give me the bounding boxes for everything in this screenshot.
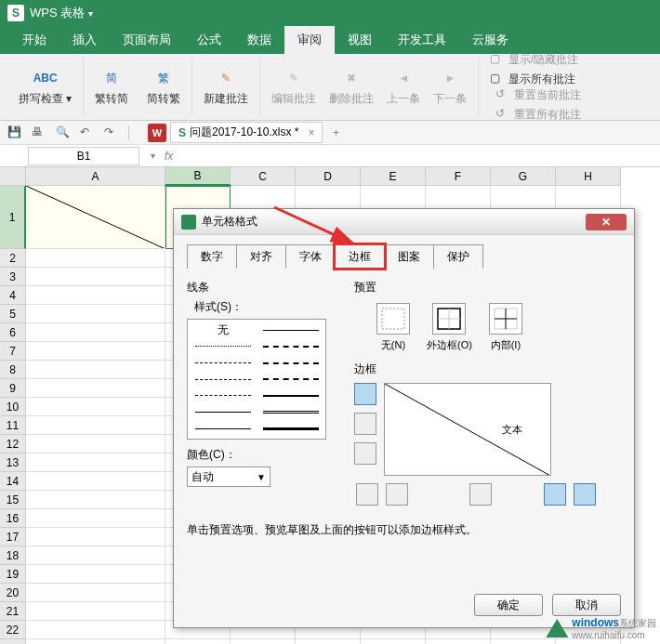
row-header-9[interactable]: 9 [0, 379, 26, 398]
cell-A6[interactable] [26, 323, 165, 342]
col-header-C[interactable]: C [231, 167, 296, 186]
cell-A3[interactable] [26, 268, 165, 286]
qat-print-icon[interactable]: 🖶 [32, 125, 48, 140]
cell-A17[interactable] [26, 528, 165, 546]
row-header-19[interactable]: 19 [0, 565, 26, 584]
border-middle-button[interactable] [354, 413, 376, 435]
cell-A12[interactable] [26, 435, 165, 453]
tab-view[interactable]: 视图 [335, 26, 385, 54]
style-opt[interactable] [259, 411, 322, 414]
cell-A10[interactable] [26, 398, 165, 416]
dialog-titlebar[interactable]: 单元格格式 ✕ [174, 209, 634, 235]
cell-A14[interactable] [26, 472, 165, 491]
wps-file-icon[interactable]: W [148, 124, 166, 142]
row-header-14[interactable]: 14 [0, 472, 26, 491]
row-header-11[interactable]: 11 [0, 416, 26, 435]
cell-A20[interactable] [26, 584, 165, 602]
row-header-3[interactable]: 3 [0, 268, 26, 286]
cell-A16[interactable] [26, 509, 165, 528]
row-header-21[interactable]: 21 [0, 602, 26, 621]
row-header-10[interactable]: 10 [0, 398, 26, 416]
cell-A5[interactable] [26, 305, 165, 323]
tab-layout[interactable]: 页面布局 [110, 26, 184, 54]
dtab-border[interactable]: 边框 [335, 244, 385, 269]
select-all-corner[interactable] [0, 167, 26, 186]
title-dropdown-icon[interactable]: ▾ [88, 8, 93, 19]
row-header-1[interactable]: 1 [0, 186, 26, 249]
preset-inside-button[interactable] [489, 303, 522, 335]
cell-F23[interactable] [426, 639, 491, 644]
cell-E23[interactable] [361, 639, 426, 644]
dtab-font[interactable]: 字体 [285, 244, 336, 269]
qat-preview-icon[interactable]: 🔍 [56, 125, 73, 140]
row-header-23[interactable]: 23 [0, 639, 26, 644]
col-header-B[interactable]: B [165, 167, 231, 186]
style-opt[interactable] [259, 427, 322, 430]
cell-A4[interactable] [26, 286, 165, 305]
border-diag-down-button[interactable] [574, 483, 596, 506]
qat-redo-icon[interactable]: ↷ [104, 125, 121, 140]
line-style-box[interactable]: 无 [187, 319, 326, 440]
row-header-5[interactable]: 5 [0, 305, 26, 323]
close-file-icon[interactable]: × [308, 126, 314, 139]
row-header-22[interactable]: 22 [0, 621, 26, 639]
dtab-number[interactable]: 数字 [187, 244, 237, 269]
cancel-button[interactable]: 取消 [552, 594, 621, 616]
cell-A13[interactable] [26, 453, 165, 472]
style-opt[interactable] [191, 395, 254, 396]
style-opt[interactable] [259, 395, 322, 397]
dtab-pattern[interactable]: 图案 [384, 244, 434, 269]
tab-dev[interactable]: 开发工具 [385, 26, 459, 54]
preset-none-button[interactable] [376, 303, 410, 335]
border-left-button[interactable] [386, 483, 408, 506]
tab-review[interactable]: 审阅 [284, 26, 335, 54]
row-header-7[interactable]: 7 [0, 342, 26, 361]
row-header-8[interactable]: 8 [0, 361, 26, 379]
border-center-button[interactable] [469, 483, 492, 506]
simp-to-trad-button[interactable]: 繁 简转繁 [143, 65, 184, 109]
style-opt[interactable] [259, 346, 322, 348]
style-opt[interactable] [259, 378, 322, 380]
new-tab-button[interactable]: + [326, 124, 345, 142]
style-opt[interactable] [259, 330, 322, 331]
cell-A23[interactable] [26, 639, 165, 644]
border-bottom-button[interactable] [354, 442, 376, 465]
fx-button[interactable]: fx [159, 150, 178, 163]
col-header-A[interactable]: A [26, 167, 165, 186]
style-opt[interactable] [259, 362, 322, 364]
style-opt[interactable] [191, 362, 254, 363]
cell-A21[interactable] [26, 602, 165, 621]
file-tab-active[interactable]: S 问题2017-10-10.xlsx * × [170, 122, 323, 143]
cell-A22[interactable] [26, 621, 165, 639]
style-opt[interactable] [191, 412, 254, 413]
row-header-4[interactable]: 4 [0, 286, 26, 305]
col-header-H[interactable]: H [556, 167, 621, 186]
row-header-13[interactable]: 13 [0, 453, 26, 472]
tab-start[interactable]: 开始 [9, 26, 59, 54]
row-header-17[interactable]: 17 [0, 528, 26, 546]
border-diag-up-button[interactable] [356, 483, 378, 506]
row-header-18[interactable]: 18 [0, 546, 26, 565]
qat-save-icon[interactable]: 💾 [7, 125, 24, 140]
style-none[interactable]: 无 [191, 322, 254, 338]
cell-reference-input[interactable] [28, 147, 139, 165]
tab-data[interactable]: 数据 [234, 26, 284, 54]
border-right-button[interactable] [544, 483, 566, 506]
row-header-2[interactable]: 2 [0, 249, 26, 268]
cell-A11[interactable] [26, 416, 165, 435]
ref-dropdown-icon[interactable]: ▾ [147, 151, 159, 161]
preset-outline-button[interactable] [432, 303, 466, 335]
row-header-20[interactable]: 20 [0, 584, 26, 602]
row-header-16[interactable]: 16 [0, 509, 26, 528]
dialog-close-button[interactable]: ✕ [586, 214, 627, 230]
cell-A1[interactable] [26, 186, 165, 249]
ok-button[interactable]: 确定 [474, 594, 543, 616]
dtab-align[interactable]: 对齐 [236, 244, 286, 269]
border-top-button[interactable] [354, 383, 376, 405]
cell-A18[interactable] [26, 546, 165, 565]
qat-undo-icon[interactable]: ↶ [80, 125, 97, 140]
cell-C23[interactable] [231, 639, 296, 644]
col-header-E[interactable]: E [361, 167, 426, 186]
col-header-D[interactable]: D [296, 167, 361, 186]
style-opt[interactable] [191, 346, 254, 347]
